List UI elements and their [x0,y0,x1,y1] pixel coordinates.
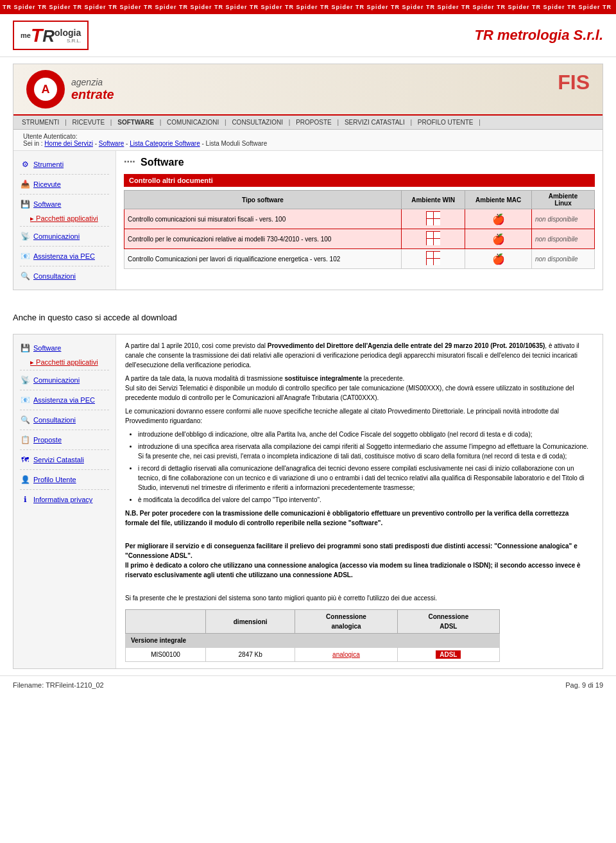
table-row: Controllo per le comunicazioni relative … [124,229,595,249]
logo-me: me [21,31,31,39]
bottom-comunicazioni-icon: 📡 [20,375,30,385]
nav-item-proposte[interactable]: PROPOSTE [296,119,332,126]
bdivider1 [20,370,109,370]
ricevute-icon: 📥 [20,179,30,189]
sidebar-item-software[interactable]: 💾 Software [13,196,116,213]
breadcrumb-software[interactable]: Software [99,140,124,147]
svg-rect-12 [427,259,433,265]
row1-win[interactable] [401,209,465,229]
nav-item-profilo[interactable]: PROFILO UTENTE [418,119,474,126]
bottom-pacchetti-link[interactable]: ▸ Pacchetti applicativi [30,358,98,366]
sidebar-label-pec: Assistenza via PEC [33,252,95,260]
divider4 [20,246,109,247]
bottom-sidebar-pec[interactable]: 📧 Assistenza via PEC [13,392,116,408]
col-linux: AmbienteLinux [531,191,594,209]
bottom-pec-icon: 📧 [20,395,30,405]
row3-mac[interactable]: 🍎 [465,249,532,269]
sidebar-sub-pacchetti[interactable]: ▸ Pacchetti applicativi [13,213,116,225]
bottom-catastali-label: Servizi Catastali [33,456,84,464]
win-download-icon-1[interactable] [426,211,440,225]
mac-icon-2[interactable]: 🍎 [492,234,505,245]
bottom-profilo-label: Profilo Utente [33,476,76,483]
dl-adsl-btn-cell[interactable]: ADSL [397,648,499,662]
bottom-sidebar-proposte[interactable]: 📋 Proposte [13,431,116,448]
header: me TR ologia S.R.L. TR metrologia S.r.l. [0,14,616,57]
section-header: Controllo altri documenti [124,174,595,187]
dl-size: 2847 Kb [205,648,295,662]
bottom-note3: Si fa presente che le prestazioni del si… [125,593,594,603]
dl-col-adsl: ConnessioneADSL [397,610,499,634]
dl-mis-name: MIS00100 [126,648,206,662]
bottom-consultazioni-label: Consultazioni [33,416,76,424]
sidebar-label-comunicazioni: Comunicazioni [33,232,80,240]
bottom-sidebar-privacy[interactable]: ℹ Informativa privacy [13,491,116,508]
mac-icon-1[interactable]: 🍎 [492,214,505,225]
sidebar-item-strumenti[interactable]: ⚙ Strumenti [13,156,116,173]
bdivider2 [20,390,109,390]
logo-R: TR [31,24,55,46]
row2-win[interactable] [401,229,465,249]
bdivider3 [20,410,109,410]
sidebar-item-comunicazioni[interactable]: 📡 Comunicazioni [13,228,116,245]
sidebar-item-consultazioni[interactable]: 🔍 Consultazioni [13,268,116,284]
main-container: A agenzia entrate FIS STRUMENTI | RICEVU… [13,64,603,290]
nav-item-strumenti[interactable]: STRUMENTI [22,119,59,126]
win-download-icon-3[interactable] [426,251,440,265]
row2-linux: non disponibile [531,229,594,249]
nav-item-comunicazioni[interactable]: COMUNICAZIONI [167,119,219,126]
adsl-download-button[interactable]: ADSL [436,650,461,659]
sidebar-label-consultazioni: Consultazioni [33,272,76,280]
main-panel: ···· Software Controllo altri documenti … [116,151,603,290]
divider3 [20,226,109,227]
table-row: Controllo Comunicazioni per lavori di ri… [124,249,595,269]
bottom-sidebar-catastali[interactable]: 🗺 Servizi Catastali [13,451,116,468]
mac-icon-3[interactable]: 🍎 [492,254,505,265]
breadcrumb-home[interactable]: Home dei Servizi [44,140,93,147]
nav-item-software[interactable]: SOFTWARE [117,119,154,126]
agency-right-logo: FIS [558,71,590,94]
nav-item-ricevute[interactable]: RICEVUTE [73,119,105,126]
agency-icon-svg: A [33,76,58,102]
bottom-sidebar-comunicazioni[interactable]: 📡 Comunicazioni [13,372,116,388]
agency-logo: A agenzia entrate [26,70,114,109]
bottom-para2: A partire da tale data, la nuova modalit… [125,374,594,403]
bottom-consultazioni-icon: 🔍 [20,415,30,425]
bottom-proposte-icon: 📋 [20,435,30,445]
agency-name-line2: entrate [71,87,114,102]
bottom-sub-pacchetti[interactable]: ▸ Pacchetti applicativi [13,356,116,369]
row3-win[interactable] [401,249,465,269]
bottom-sidebar-software[interactable]: 💾 Software [13,340,116,356]
comunicazioni-icon: 📡 [20,231,30,241]
bottom-sidebar-profilo[interactable]: 👤 Profilo Utente [13,471,116,488]
svg-rect-9 [434,239,440,245]
bottom-sidebar-consultazioni[interactable]: 🔍 Consultazioni [13,412,116,428]
svg-rect-8 [427,239,433,245]
bullet-item: introduzione dell'obbligo di indicazione… [138,430,594,439]
analogica-download-link[interactable]: analogica [332,651,360,658]
sidebar-label-strumenti: Strumenti [33,161,64,168]
pacchetti-link[interactable]: ▸ Pacchetti applicativi [30,214,98,222]
bottom-pec-label: Assistenza via PEC [33,396,95,404]
breadcrumb-lista-cat[interactable]: Lista Categorie Software [130,140,200,147]
sidebar-item-pec[interactable]: 📧 Assistenza via PEC [13,248,116,265]
breadcrumb: Utente Autenticato: Sei in : Home dei Se… [13,130,603,151]
row3-tipo: Controllo Comunicazioni per lavori di ri… [124,249,402,269]
row2-mac[interactable]: 🍎 [465,229,532,249]
strumenti-icon: ⚙ [20,159,30,169]
bottom-software-icon: 💾 [20,343,30,353]
agency-name: agenzia entrate [71,77,114,102]
sidebar: ⚙ Strumenti 📥 Ricevute 💾 Software ▸ Pacc… [13,151,116,290]
win-download-icon-2[interactable] [426,231,440,245]
svg-rect-2 [427,212,433,218]
col-tipo: Tipo software [124,191,402,209]
nav-item-catastali[interactable]: SERVIZI CATASTALI [345,119,405,126]
row1-mac[interactable]: 🍎 [465,209,532,229]
dl-analogica-link[interactable]: analogica [295,648,397,662]
bdivider7 [20,489,109,490]
nav-item-consultazioni[interactable]: CONSULTAZIONI [232,119,283,126]
svg-rect-7 [434,232,440,238]
panel-title-text: Software [141,157,184,168]
bottom-bullets: introduzione dell'obbligo di indicazione… [138,430,594,505]
sidebar-item-ricevute[interactable]: 📥 Ricevute [13,176,116,193]
divider5 [20,266,109,266]
